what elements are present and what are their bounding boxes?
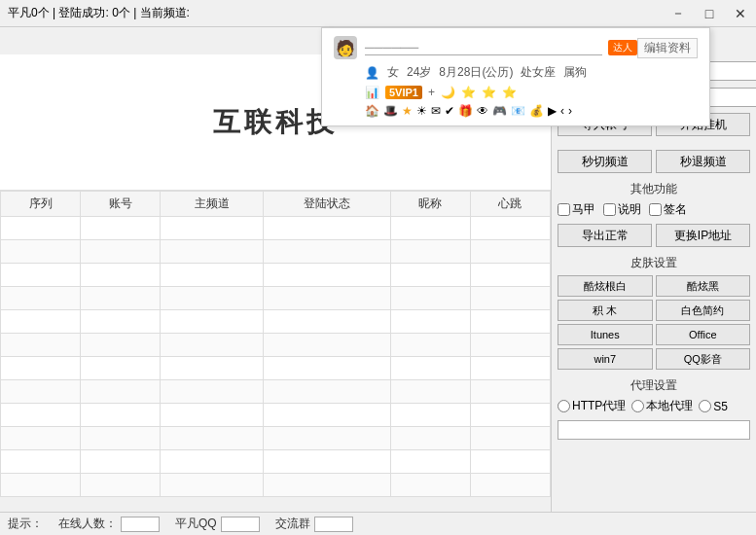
table-row — [1, 474, 551, 497]
table-row — [1, 380, 551, 404]
vip-badge: 达人 — [608, 40, 637, 55]
pingfan-label: 平凡QQ — [175, 516, 217, 532]
proxy-input-row — [558, 420, 750, 440]
titlebar-text: 平凡0个 | 登陆成功: 0个 | 当前频道: — [8, 5, 190, 21]
vip-level: 5VIP1 — [385, 86, 422, 99]
note-checkbox[interactable] — [603, 203, 616, 216]
nav-right-icon[interactable]: › — [568, 104, 572, 118]
proxy-settings-label: 代理设置 — [558, 377, 750, 394]
proxy-http-label: HTTP代理 — [572, 398, 626, 414]
checkbox-mask[interactable]: 马甲 — [558, 201, 595, 218]
skin-qq-movie-button[interactable]: QQ影音 — [656, 348, 751, 370]
skin-cool-black-button[interactable]: 酷炫黑 — [656, 275, 751, 297]
sign-label: 签名 — [664, 201, 687, 218]
table-row — [1, 357, 551, 380]
star3: ⭐ — [502, 86, 517, 99]
quick-exit-button[interactable]: 秒退频道 — [656, 150, 750, 173]
nav-left-icon[interactable]: ‹ — [560, 104, 564, 118]
table-row — [1, 310, 551, 334]
plus-icon: + — [428, 86, 435, 99]
play-icon: ▶ — [548, 104, 557, 118]
online-value — [121, 517, 160, 532]
skin-itunes-button[interactable]: Itunes — [558, 324, 653, 345]
money-icon: 💰 — [529, 104, 544, 118]
change-ip-button[interactable]: 更换IP地址 — [656, 224, 750, 247]
proxy-http[interactable]: HTTP代理 — [558, 398, 626, 414]
skin-cool-white-button[interactable]: 酷炫根白 — [558, 275, 653, 297]
skin-settings-label: 皮肤设置 — [558, 255, 750, 271]
quick-channel-row: 秒切频道 秒退频道 — [558, 150, 750, 173]
export-normal-button[interactable]: 导出正常 — [558, 224, 652, 247]
col-header-heartbeat: 心跳 — [470, 192, 550, 217]
profile-name: ────── — [365, 40, 602, 55]
skin-office-button[interactable]: Office — [656, 324, 751, 345]
star-icon: ★ — [402, 104, 413, 118]
accounts-table[interactable]: 序列 账号 主频道 登陆状态 昵称 心跳 — [0, 191, 551, 535]
table-row — [1, 240, 551, 264]
col-header-index: 序列 — [1, 192, 81, 217]
logo-text: 互联科技 — [213, 104, 338, 141]
proxy-http-radio[interactable] — [558, 400, 570, 412]
maximize-button[interactable]: □ — [694, 0, 725, 27]
email-icon: 📧 — [511, 104, 525, 118]
other-functions-label: 其他功能 — [558, 181, 750, 197]
col-header-login-status: 登陆状态 — [264, 192, 390, 217]
hint-item: 提示： — [8, 516, 43, 532]
person-icon: 🧑 — [336, 39, 355, 57]
close-button[interactable]: ✕ — [725, 0, 756, 27]
left-panel: 互联科技 序列 账号 主频道 登陆状态 昵称 心跳 — [0, 54, 552, 535]
account-list-table: 序列 账号 主频道 登陆状态 昵称 心跳 — [0, 191, 551, 497]
statusbar: 提示： 在线人数： 平凡QQ 交流群 — [0, 512, 756, 535]
gender-icon: 👤 — [365, 66, 379, 80]
table-row — [1, 287, 551, 310]
proxy-input[interactable] — [558, 420, 750, 440]
gender: 女 — [387, 64, 399, 81]
level-icon: 📊 — [365, 86, 379, 99]
main-content: 互联科技 序列 账号 主频道 登陆状态 昵称 心跳 — [0, 54, 756, 535]
gift-icon: 🎁 — [458, 104, 473, 118]
eye-icon: 👁 — [477, 104, 488, 118]
check-icon: ✔ — [445, 104, 454, 118]
proxy-s5[interactable]: S5 — [699, 400, 728, 413]
col-header-account: 账号 — [81, 192, 161, 217]
mask-label: 马甲 — [572, 201, 595, 218]
home-icon: 🏠 — [365, 104, 379, 118]
skin-wood-button[interactable]: 积 木 — [558, 300, 653, 321]
table-row — [1, 217, 551, 240]
star2: ⭐ — [482, 86, 496, 99]
sign-checkbox[interactable] — [649, 203, 662, 216]
table-row — [1, 264, 551, 287]
right-panel: 主频道ID: 机票 子频道ID: 导入帐号 开始挂机 秒切频道 秒退频道 其他功… — [552, 54, 756, 535]
quick-channel-button[interactable]: 秒切频道 — [558, 150, 652, 173]
pingfan-item: 平凡QQ — [175, 516, 260, 532]
game-icon: 🎮 — [492, 104, 507, 118]
skin-simple-white-button[interactable]: 白色简约 — [656, 300, 751, 321]
proxy-local[interactable]: 本地代理 — [631, 398, 693, 414]
hat-icon: 🎩 — [383, 104, 398, 118]
online-label: 在线人数： — [58, 516, 117, 532]
proxy-s5-label: S5 — [713, 400, 728, 413]
table-row — [1, 427, 551, 450]
proxy-s5-radio[interactable] — [699, 400, 711, 412]
profile-popup: 🧑 ────── 达人 编辑资料 👤 女 24岁 8月28日(公历) 处女座 属… — [321, 27, 710, 126]
edit-profile-button[interactable]: 编辑资料 — [637, 38, 698, 58]
table-row — [1, 450, 551, 474]
proxy-local-radio[interactable] — [631, 400, 644, 412]
mail-icon: ✉ — [431, 104, 441, 118]
checkbox-sign[interactable]: 签名 — [649, 201, 687, 218]
checkbox-note[interactable]: 说明 — [603, 201, 641, 218]
constellation: 处女座 — [521, 64, 556, 81]
skin-grid: 酷炫根白 酷炫黑 积 木 白色简约 Itunes Office win7 QQ影… — [558, 275, 750, 370]
minimize-button[interactable]: － — [663, 0, 694, 27]
mask-checkbox[interactable] — [558, 203, 570, 216]
table-row — [1, 334, 551, 357]
table-row — [1, 404, 551, 427]
avatar: 🧑 — [334, 36, 357, 59]
skin-win7-button[interactable]: win7 — [558, 348, 653, 370]
note-label: 说明 — [618, 201, 641, 218]
proxy-local-label: 本地代理 — [646, 398, 693, 414]
proxy-radio-row: HTTP代理 本地代理 S5 — [558, 398, 750, 414]
titlebar-controls: － □ ✕ — [663, 0, 756, 27]
col-header-nickname: 昵称 — [390, 192, 470, 217]
birthday: 8月28日(公历) — [439, 64, 513, 81]
